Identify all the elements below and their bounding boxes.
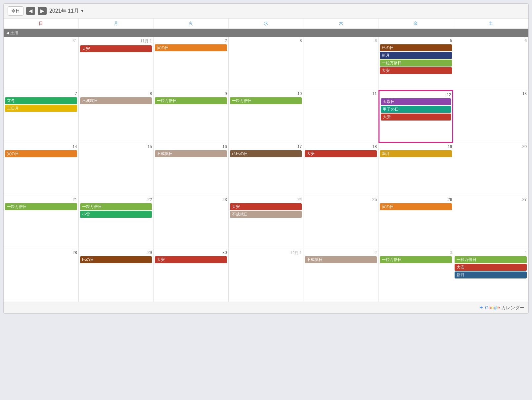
- event-pill[interactable]: 不成就日: [155, 150, 227, 157]
- day-number: 9: [155, 91, 227, 96]
- day-number: 26: [380, 197, 452, 202]
- day-cell[interactable]: 22一粒万倍日小雪: [79, 196, 154, 249]
- day-number: 30: [155, 250, 227, 255]
- day-cell[interactable]: 12月 1: [229, 249, 304, 302]
- event-pill[interactable]: 寅の日: [380, 203, 452, 210]
- event-pill[interactable]: 寅の日: [5, 150, 77, 157]
- event-pill[interactable]: 新月: [455, 272, 527, 278]
- event-pill[interactable]: 大安: [380, 67, 452, 74]
- day-number: 19: [380, 144, 452, 149]
- event-pill[interactable]: 小雪: [80, 211, 152, 218]
- day-cell[interactable]: 25: [303, 196, 378, 249]
- day-cell[interactable]: 11: [303, 90, 378, 143]
- day-cell[interactable]: 24大安不成就日: [229, 196, 304, 249]
- day-cell[interactable]: 10一粒万倍日: [229, 90, 304, 143]
- day-cell[interactable]: 4一粒万倍日大安新月: [453, 249, 528, 302]
- google-footer: ＋ Google カレンダー: [4, 302, 528, 313]
- google-calendar-label: Google カレンダー: [485, 305, 524, 311]
- day-cell[interactable]: 11月 1大安: [79, 37, 154, 90]
- day-cell[interactable]: 27: [453, 196, 528, 249]
- day-cell[interactable]: 16不成就日: [154, 143, 229, 196]
- event-pill[interactable]: 一粒万倍日: [80, 203, 152, 210]
- day-cell[interactable]: 17己巳の日: [229, 143, 304, 196]
- day-cell[interactable]: 29巳の日: [79, 249, 154, 302]
- day-number: 10: [230, 91, 302, 96]
- event-pill[interactable]: 巳の日: [80, 256, 152, 263]
- special-row-label: 土用: [10, 30, 18, 36]
- event-pill[interactable]: 不成就日: [80, 97, 152, 104]
- event-pill[interactable]: 不成就日: [230, 211, 302, 218]
- day-cell[interactable]: 14寅の日: [4, 143, 79, 196]
- day-number: 8: [80, 91, 152, 96]
- event-pill[interactable]: 甲子の日: [381, 106, 451, 113]
- day-number: 16: [155, 144, 227, 149]
- day-headers: 日月火水木金土: [4, 19, 528, 29]
- day-number: 4: [455, 250, 527, 255]
- day-cell[interactable]: 13: [453, 90, 528, 143]
- event-pill[interactable]: 巳の日: [380, 44, 452, 51]
- day-number: 31: [5, 38, 77, 43]
- day-cell[interactable]: 18大安: [303, 143, 378, 196]
- event-pill[interactable]: 不成就日: [305, 256, 377, 263]
- event-pill[interactable]: 大安: [155, 256, 227, 263]
- day-cell[interactable]: 21一粒万倍日: [4, 196, 79, 249]
- day-cell[interactable]: 5巳の日新月一粒万倍日大安: [378, 37, 454, 90]
- event-pill[interactable]: 一粒万倍日: [5, 203, 77, 210]
- day-cell[interactable]: 9一粒万倍日: [154, 90, 229, 143]
- day-number: 22: [80, 197, 152, 202]
- event-pill[interactable]: 天赦日: [381, 98, 451, 105]
- day-cell[interactable]: 8不成就日: [79, 90, 154, 143]
- day-cell[interactable]: 31: [4, 37, 79, 90]
- day-number: 12: [381, 92, 451, 97]
- day-cell[interactable]: 15: [79, 143, 154, 196]
- event-pill[interactable]: 大安: [230, 203, 302, 210]
- event-pill[interactable]: 己巳の日: [230, 150, 302, 157]
- event-pill[interactable]: 一粒万倍日: [455, 256, 527, 263]
- event-pill[interactable]: 一粒万倍日: [230, 97, 302, 104]
- day-cell[interactable]: 26寅の日: [378, 196, 454, 249]
- day-cell[interactable]: 28: [4, 249, 79, 302]
- event-pill[interactable]: 新月: [380, 52, 452, 59]
- day-number: 27: [455, 197, 527, 202]
- event-pill[interactable]: 一粒万倍日: [155, 97, 227, 104]
- event-pill[interactable]: 一粒万倍日: [380, 60, 452, 67]
- day-cell[interactable]: 30大安: [154, 249, 229, 302]
- calendar-container: 今日 ◀ ▶ 2021年 11月 ▼ 日月火水木金土 ◀ 土用 3111月 1大…: [3, 3, 529, 314]
- prev-month-button[interactable]: ◀: [26, 7, 35, 15]
- event-pill[interactable]: 大安: [305, 150, 377, 157]
- calendar-grid: ◀ 土用 3111月 1大安2寅の日345巳の日新月一粒万倍日大安67立冬三日月…: [4, 29, 528, 302]
- month-dropdown-arrow[interactable]: ▼: [80, 9, 84, 13]
- event-pill[interactable]: 大安: [381, 114, 451, 121]
- event-pill[interactable]: 立冬: [5, 97, 77, 104]
- event-pill[interactable]: 大安: [455, 264, 527, 271]
- day-cell[interactable]: 3一粒万倍日: [378, 249, 454, 302]
- day-number: 12月 1: [230, 250, 302, 256]
- day-cell[interactable]: 4: [303, 37, 378, 90]
- day-number: 28: [5, 250, 77, 255]
- calendar-header: 今日 ◀ ▶ 2021年 11月 ▼: [4, 4, 528, 19]
- day-number: 24: [230, 197, 302, 202]
- day-cell[interactable]: 2寅の日: [154, 37, 229, 90]
- day-header-金: 金: [378, 19, 454, 28]
- today-button[interactable]: 今日: [8, 6, 23, 16]
- day-cell[interactable]: 2不成就日: [303, 249, 378, 302]
- event-pill[interactable]: 満月: [380, 150, 452, 157]
- day-cell[interactable]: 20: [453, 143, 528, 196]
- day-cell[interactable]: 3: [229, 37, 304, 90]
- day-number: 15: [80, 144, 152, 149]
- day-number: 2: [305, 250, 377, 255]
- day-cell[interactable]: 23: [154, 196, 229, 249]
- day-cell[interactable]: 6: [453, 37, 528, 90]
- day-header-土: 土: [453, 19, 528, 28]
- event-pill[interactable]: 大安: [80, 45, 152, 52]
- next-month-button[interactable]: ▶: [38, 7, 47, 15]
- day-header-火: 火: [154, 19, 229, 28]
- event-pill[interactable]: 寅の日: [155, 44, 227, 51]
- event-pill[interactable]: 一粒万倍日: [380, 256, 452, 263]
- day-cell[interactable]: 7立冬三日月: [4, 90, 79, 143]
- day-number: 11月 1: [80, 38, 152, 44]
- day-cell[interactable]: 12天赦日甲子の日大安: [378, 90, 454, 143]
- day-cell[interactable]: 19満月: [378, 143, 454, 196]
- day-header-日: 日: [4, 19, 79, 28]
- event-pill[interactable]: 三日月: [5, 105, 77, 112]
